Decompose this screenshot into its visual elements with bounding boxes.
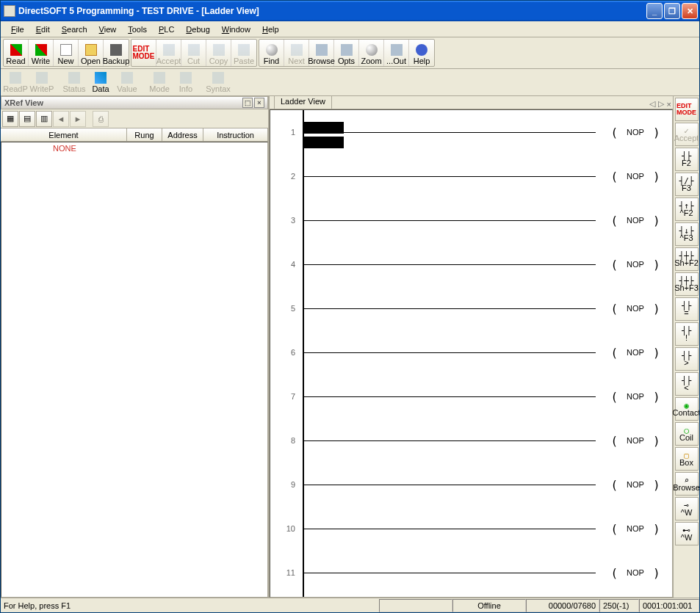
rung-9[interactable]: 9(NOP) bbox=[270, 463, 672, 507]
rung-8[interactable]: 8(NOP) bbox=[270, 418, 672, 463]
output-coil[interactable]: (NOP) bbox=[599, 346, 672, 360]
xref-close-button[interactable]: × bbox=[254, 98, 264, 108]
mode-button[interactable]: Mode bbox=[147, 70, 172, 95]
menu-edit[interactable]: Edit bbox=[30, 23, 56, 35]
output-coil[interactable]: (NOP) bbox=[599, 434, 672, 448]
help-button[interactable]: Help bbox=[409, 40, 434, 66]
output-coil[interactable]: (NOP) bbox=[599, 390, 672, 404]
info-button[interactable]: Info bbox=[173, 70, 198, 95]
rung-6[interactable]: 6(NOP) bbox=[270, 330, 672, 374]
palette-accept[interactable]: ✓Accept bbox=[675, 123, 699, 146]
writep-button[interactable]: WriteP bbox=[29, 70, 54, 95]
palette-lt[interactable]: ┤├< bbox=[675, 372, 699, 396]
rung-5[interactable]: 5(NOP) bbox=[270, 286, 672, 330]
next-button[interactable]: Next bbox=[284, 40, 309, 66]
palette-eq[interactable]: ┤├= bbox=[675, 297, 699, 321]
xref-table-header: Element Rung Address Instruction bbox=[1, 128, 268, 142]
rung-2[interactable]: 2(NOP) bbox=[270, 154, 672, 198]
rung-3[interactable]: 3(NOP) bbox=[270, 198, 672, 242]
xref-col-instruction[interactable]: Instruction bbox=[203, 128, 268, 141]
palette-wire-dn[interactable]: ⊷^W bbox=[675, 522, 699, 545]
rung-number: 2 bbox=[270, 172, 300, 181]
menu-plc[interactable]: PLC bbox=[153, 23, 180, 35]
xref-pin-button[interactable]: ⬚ bbox=[242, 98, 253, 108]
palette-shf3[interactable]: ┤┼├Sh+F3 bbox=[675, 272, 699, 296]
ladder-editor[interactable]: 1(NOP)2(NOP)3(NOP)4(NOP)5(NOP)6(NOP)7(NO… bbox=[270, 109, 673, 598]
menu-debug[interactable]: Debug bbox=[180, 23, 215, 35]
find-button[interactable]: Find bbox=[259, 40, 284, 66]
palette-coil[interactable]: ◯Coil bbox=[675, 422, 699, 446]
close-button[interactable]: ✕ bbox=[682, 3, 698, 19]
output-coil[interactable]: (NOP) bbox=[599, 478, 672, 492]
instruction-palette: EDITMODE ✓Accept ┤├F2 ┤/├F3 ┤↑├^F2 ┤↓├^F… bbox=[673, 96, 699, 598]
output-coil[interactable]: (NOP) bbox=[599, 214, 672, 228]
edit-mode-button[interactable]: EDITMODE bbox=[131, 40, 156, 66]
xref-table-body[interactable]: NONE bbox=[1, 142, 268, 598]
output-coil[interactable]: (NOP) bbox=[599, 258, 672, 272]
rung-4[interactable]: 4(NOP) bbox=[270, 242, 672, 286]
browse-button[interactable]: Browse bbox=[309, 40, 334, 66]
palette-neq[interactable]: ┤├! bbox=[675, 322, 699, 346]
menu-tools[interactable]: Tools bbox=[122, 23, 153, 35]
output-coil[interactable]: (NOP) bbox=[599, 170, 672, 184]
menu-help[interactable]: Help bbox=[256, 23, 285, 35]
rung-11[interactable]: 11(NOP) bbox=[270, 551, 672, 595]
ladder-tab[interactable]: Ladder View bbox=[274, 96, 332, 109]
output-coil[interactable]: (NOP) bbox=[599, 302, 672, 316]
palette-box[interactable]: ▢Box bbox=[675, 447, 699, 471]
open-button[interactable]: Open bbox=[79, 40, 104, 66]
minimize-button[interactable]: _ bbox=[646, 3, 663, 19]
output-coil[interactable]: (NOP) bbox=[599, 126, 672, 139]
rung-7[interactable]: 7(NOP) bbox=[270, 374, 672, 418]
xref-col-element[interactable]: Element bbox=[1, 128, 127, 141]
tab-close-icon[interactable]: × bbox=[665, 100, 673, 109]
tab-prev-icon[interactable]: ◁ bbox=[648, 99, 657, 109]
palette-shf2[interactable]: ┤┼├Sh+F2 bbox=[675, 247, 699, 271]
accept-button[interactable]: Accept bbox=[156, 40, 181, 66]
xref-col-rung[interactable]: Rung bbox=[127, 128, 162, 141]
rung-10[interactable]: 10(NOP) bbox=[270, 507, 672, 551]
xref-view3-button[interactable]: ▥ bbox=[36, 111, 52, 127]
rung-wire bbox=[303, 485, 596, 485]
output-coil[interactable]: (NOP) bbox=[599, 522, 672, 536]
new-button[interactable]: New bbox=[54, 40, 79, 66]
xref-view2-button[interactable]: ▤ bbox=[19, 111, 35, 127]
palette-rising[interactable]: ┤↑├^F2 bbox=[675, 197, 699, 221]
readp-button[interactable]: ReadP bbox=[3, 70, 28, 95]
output-coil[interactable]: (NOP) bbox=[599, 566, 672, 580]
menu-window[interactable]: Window bbox=[216, 23, 256, 35]
rung-1[interactable]: 1(NOP) bbox=[270, 110, 672, 154]
syntax-button[interactable]: Syntax bbox=[206, 70, 231, 95]
xref-print-button[interactable]: ⎙ bbox=[93, 111, 109, 127]
xref-prev-button[interactable]: ◄ bbox=[53, 111, 69, 127]
xref-col-address[interactable]: Address bbox=[162, 128, 203, 141]
zoom-button[interactable]: Zoom bbox=[359, 40, 384, 66]
cut-button[interactable]: Cut bbox=[181, 40, 206, 66]
palette-no-contact[interactable]: ┤├F2 bbox=[675, 148, 699, 171]
maximize-button[interactable]: ❐ bbox=[664, 3, 680, 19]
tab-next-icon[interactable]: ▷ bbox=[657, 99, 665, 109]
palette-nc-contact[interactable]: ┤/├F3 bbox=[675, 173, 699, 196]
opts-button[interactable]: Opts bbox=[334, 40, 359, 66]
palette-wire-up[interactable]: ⊸^W bbox=[675, 497, 699, 520]
xref-next-button[interactable]: ► bbox=[70, 111, 86, 127]
xref-view1-button[interactable]: ▦ bbox=[2, 111, 18, 127]
read-button[interactable]: Read bbox=[4, 40, 29, 66]
menu-search[interactable]: Search bbox=[56, 23, 93, 35]
palette-edit-mode[interactable]: EDITMODE bbox=[675, 98, 699, 121]
palette-browse[interactable]: ⌕Browse bbox=[675, 472, 699, 496]
zoomout-button[interactable]: ...Out bbox=[384, 40, 409, 66]
menu-view[interactable]: View bbox=[93, 23, 123, 35]
status-button[interactable]: Status bbox=[62, 70, 87, 95]
value-button[interactable]: Value bbox=[115, 70, 140, 95]
copy-button[interactable]: Copy bbox=[206, 40, 231, 66]
rung-wire bbox=[303, 308, 596, 309]
palette-gt[interactable]: ┤├> bbox=[675, 347, 699, 371]
palette-falling[interactable]: ┤↓├^F3 bbox=[675, 222, 699, 246]
paste-button[interactable]: Paste bbox=[231, 40, 256, 66]
palette-contact[interactable]: ◉Contact bbox=[675, 397, 699, 421]
menu-file[interactable]: File bbox=[5, 23, 30, 35]
backup-button[interactable]: Backup bbox=[104, 40, 129, 66]
write-button[interactable]: Write bbox=[29, 40, 54, 66]
data-button[interactable]: Data bbox=[88, 70, 113, 95]
